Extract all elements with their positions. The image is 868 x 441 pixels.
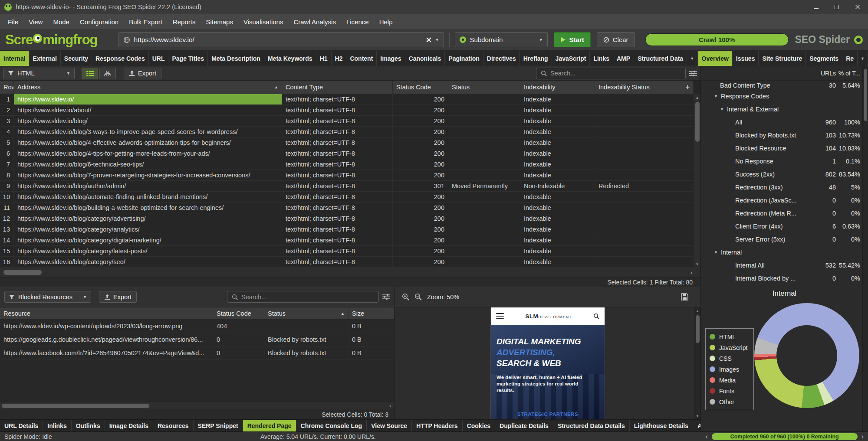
table-row[interactable]: 14https://www.sldev.io/blog/category/dig… — [0, 235, 694, 246]
add-column-icon[interactable]: + — [686, 83, 690, 91]
tab-meta-description[interactable]: Meta Description — [208, 51, 264, 66]
resource-row[interactable]: https://www.sldev.io/wp-content/uploads/… — [0, 320, 395, 333]
overview-row-client-error-4xx[interactable]: Client Error (4xx)60.63% — [701, 220, 868, 233]
legend-item-other[interactable]: Other — [710, 396, 747, 407]
table-row[interactable]: 11https://www.sldev.io/blog/building-a-w… — [0, 203, 694, 213]
tab-structured-data[interactable]: Structured Data — [634, 51, 687, 66]
hscroll-thumb[interactable] — [3, 270, 42, 275]
table-row[interactable]: 16https://www.sldev.io/blog/category/seo… — [0, 257, 694, 268]
tab-security[interactable]: Security — [61, 51, 92, 66]
column-header-status-code[interactable]: Status Code — [213, 307, 264, 319]
bottom-tab-inlinks[interactable]: Inlinks — [43, 420, 71, 431]
maximize-button[interactable] — [826, 0, 847, 14]
scroll-right-icon[interactable]: › — [690, 268, 692, 277]
overview-row-bad-content-type[interactable]: Bad Content Type305.64% — [701, 81, 868, 90]
column-header-urls[interactable]: URLs — [809, 70, 836, 77]
tab-links[interactable]: Links — [590, 51, 613, 66]
overview-row-redirection-3xx[interactable]: Redirection (3xx)485% — [701, 181, 868, 194]
column-header-content-type[interactable]: Content Type — [282, 81, 393, 94]
url-input[interactable] — [134, 36, 422, 44]
menu-item-bulk-export[interactable]: Bulk Export — [124, 14, 168, 29]
overview-row-redirection-meta-r[interactable]: Redirection (Meta R...00% — [701, 207, 868, 220]
hscroll-thumb[interactable] — [2, 404, 149, 408]
filter-type-select[interactable]: HTML ▼ — [3, 68, 75, 79]
bottom-tab-serp-snippet[interactable]: SERP Snippet — [194, 420, 243, 431]
cell-address[interactable]: https://www.sldev.io/blog/building-a-web… — [14, 203, 282, 213]
table-row[interactable]: 4https://www.sldev.io/blog/3-ways-to-imp… — [0, 127, 694, 137]
scroll-right-icon[interactable]: › — [389, 402, 391, 409]
main-table-vscroll[interactable]: ▲ ▼ — [694, 94, 700, 268]
menu-item-mode[interactable]: Mode — [48, 14, 75, 29]
list-view-button[interactable] — [82, 68, 98, 79]
tab-canonicals[interactable]: Canonicals — [405, 51, 445, 66]
save-icon[interactable] — [681, 293, 688, 301]
zoom-out-icon[interactable] — [414, 293, 422, 301]
tab-h1[interactable]: H1 — [316, 51, 332, 66]
column-header-row[interactable]: Row — [0, 81, 14, 94]
legend-item-css[interactable]: CSS — [710, 353, 747, 364]
overview-row-internal-all[interactable]: Internal All53255.42% — [701, 259, 868, 272]
main-table-hscroll[interactable]: › — [0, 268, 700, 278]
column-header-resource[interactable]: Resource — [0, 307, 213, 319]
column-header-indexability[interactable]: Indexability — [520, 81, 595, 94]
cell-address[interactable]: https://www.sldev.io/blog/6-technical-se… — [14, 159, 282, 170]
cell-resource[interactable]: https://www.facebook.com/tr/?id=26549607… — [0, 346, 213, 360]
menu-item-sitemaps[interactable]: Sitemaps — [201, 14, 238, 29]
menu-item-licence[interactable]: Licence — [341, 14, 374, 29]
scroll-down-icon[interactable]: ▼ — [694, 412, 700, 419]
scroll-up-icon[interactable]: ▲ — [694, 94, 700, 101]
tab-amp[interactable]: AMP — [613, 51, 634, 66]
progress-forward-icon[interactable]: › — [861, 433, 864, 441]
cell-address[interactable]: https://www.sldev.io/blog/category/seo/ — [14, 257, 282, 268]
table-row[interactable]: 8https://www.sldev.io/blog/7-proven-reta… — [0, 170, 694, 181]
menu-item-view[interactable]: View — [23, 14, 48, 29]
scroll-up-icon[interactable]: ▲ — [694, 307, 700, 314]
column-header-indexability-status[interactable]: Indexability Status+ — [595, 81, 694, 94]
column-header-address[interactable]: Address▲ — [14, 81, 282, 94]
column-header-size[interactable]: Size — [349, 307, 387, 319]
table-row[interactable]: 1https://www.sldev.io/text/html; charset… — [0, 94, 694, 105]
cell-address[interactable]: https://www.sldev.io/about/ — [14, 105, 282, 116]
vscroll-thumb[interactable] — [864, 69, 867, 121]
cell-address[interactable]: https://www.sldev.io/blog/7-proven-retar… — [14, 170, 282, 181]
overview-row-internal[interactable]: ▼Internal — [701, 246, 868, 259]
bottom-tab-url-details[interactable]: URL Details — [0, 420, 43, 431]
clear-crawl-button[interactable]: Clear — [597, 32, 635, 47]
table-row[interactable]: 7https://www.sldev.io/blog/6-technical-s… — [0, 159, 694, 170]
cell-address[interactable]: https://www.sldev.io/blog/automate-findi… — [14, 192, 282, 203]
tab-hreflang[interactable]: Hreflang — [520, 51, 552, 66]
right-tabs-overflow-chevron-icon[interactable]: ▼ — [858, 51, 868, 66]
overview-row-success-2xx[interactable]: Success (2xx)80283.54% — [701, 168, 868, 181]
bottom-tab-lighthouse-details[interactable]: Lighthouse Details — [630, 420, 693, 431]
overview-row-all[interactable]: All960100% — [701, 116, 868, 129]
bottom-tab-rendered-page[interactable]: Rendered Page — [243, 420, 296, 431]
resource-row[interactable]: https://googleads.g.doubleclick.net/page… — [0, 333, 395, 346]
menu-item-reports[interactable]: Reports — [168, 14, 201, 29]
tree-view-button[interactable] — [99, 68, 116, 79]
table-row[interactable]: 3https://www.sldev.io/blog/text/html; ch… — [0, 116, 694, 127]
bottom-tab-outlinks[interactable]: Outlinks — [72, 420, 105, 431]
bottom-tab-acc[interactable]: Acc — [693, 420, 700, 431]
overview-row-server-error-5xx[interactable]: Server Error (5xx)00% — [701, 233, 868, 246]
crawl-scope-select[interactable]: Subdomain ▼ — [455, 32, 548, 47]
clear-url-icon[interactable] — [426, 37, 431, 42]
tab-h2[interactable]: H2 — [332, 51, 347, 66]
cell-address[interactable]: https://www.sldev.io/ — [14, 94, 282, 105]
url-bar[interactable]: ▼ — [118, 32, 444, 47]
expand-arrow-icon[interactable]: ▼ — [714, 94, 718, 98]
table-row[interactable]: 10https://www.sldev.io/blog/automate-fin… — [0, 192, 694, 203]
bottom-tab-resources[interactable]: Resources — [153, 420, 194, 431]
overview-row-response-codes[interactable]: ▼Response Codes — [701, 90, 868, 103]
tab-pagination[interactable]: Pagination — [445, 51, 483, 66]
resources-search-input[interactable] — [241, 294, 374, 301]
expand-arrow-icon[interactable]: ▼ — [720, 107, 724, 111]
tab-url[interactable]: URL — [149, 51, 169, 66]
legend-item-media[interactable]: Media — [710, 375, 747, 385]
table-row[interactable]: 6https://www.sldev.io/blog/4-tips-for-ge… — [0, 148, 694, 159]
bottom-tab-view-source[interactable]: View Source — [367, 420, 412, 431]
overview-row-no-response[interactable]: No Response10.1% — [701, 155, 868, 168]
cell-address[interactable]: https://www.sldev.io/blog/category/analy… — [14, 224, 282, 235]
table-row[interactable]: 13https://www.sldev.io/blog/category/ana… — [0, 224, 694, 235]
url-history-chevron-icon[interactable]: ▼ — [435, 38, 439, 42]
zoom-in-icon[interactable] — [402, 293, 409, 301]
